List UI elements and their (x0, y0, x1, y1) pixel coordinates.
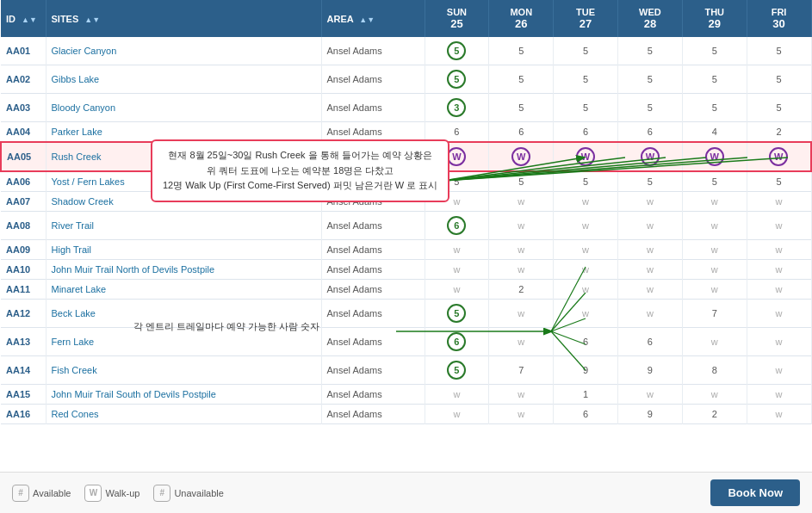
cell-id: AA08 (1, 212, 46, 240)
cell-site[interactable]: High Trail (46, 240, 321, 260)
cell-id: AA09 (1, 240, 46, 260)
cell-site[interactable]: Beck Lake (46, 300, 321, 328)
col-sites[interactable]: SITES ▲▼ (46, 0, 321, 37)
cell-day: w (554, 280, 618, 300)
cell-id: AA04 (1, 122, 46, 143)
cell-day: 5 (425, 356, 489, 385)
cell-day: 5 (554, 65, 618, 94)
cell-day: w (682, 280, 747, 300)
cell-day: w (747, 212, 811, 240)
cell-site[interactable]: Gibbs Lake (46, 65, 321, 94)
cell-day: 5 (747, 171, 811, 192)
cell-day: w (747, 405, 811, 424)
cell-site[interactable]: Rush Creek (46, 142, 321, 171)
table-row: AA14Fish CreekAnsel Adams57998w (1, 356, 811, 385)
cell-day: W (489, 142, 554, 171)
table-row: AA02Gibbs LakeAnsel Adams555555 (1, 65, 811, 94)
cell-day: w (617, 280, 682, 300)
col-area[interactable]: AREA ▲▼ (321, 0, 425, 37)
cell-day: w (554, 212, 618, 240)
legend-available: # Available (12, 485, 71, 502)
cell-area: Ansel Adams (321, 212, 425, 240)
cell-day: w (747, 260, 811, 280)
cell-day: w (425, 405, 489, 424)
cell-day: W (617, 142, 682, 171)
cell-day: w (682, 192, 747, 212)
cell-day: 5 (747, 37, 811, 65)
cell-day: 6 (425, 212, 489, 240)
cell-day: w (617, 212, 682, 240)
cell-day: w (747, 356, 811, 385)
cell-day: 2 (747, 122, 811, 143)
table-row: AA16Red ConesAnsel Adamsww692w (1, 405, 811, 424)
book-now-button[interactable]: Book Now (710, 479, 800, 506)
table-row: AA08River TrailAnsel Adams6wwwww (1, 212, 811, 240)
col-id[interactable]: ID ▲▼ (1, 0, 46, 37)
cell-day: 5 (489, 171, 554, 192)
cell-area: Ansel Adams (321, 37, 425, 65)
cell-id: AA03 (1, 94, 46, 122)
cell-area: Ansel Adams (321, 240, 425, 260)
col-day-sun: SUN 25 (425, 0, 489, 37)
cell-day: 5 (489, 94, 554, 122)
cell-area: Ansel Adams (321, 300, 425, 328)
cell-site[interactable]: John Muir Trail South of Devils Postpile (46, 385, 321, 405)
cell-day: w (554, 300, 618, 328)
cell-day: w (489, 212, 554, 240)
cell-day: w (489, 192, 554, 212)
cell-day: 5 (682, 65, 747, 94)
cell-site[interactable]: Yost / Fern Lakes (46, 171, 321, 192)
cell-day: w (489, 260, 554, 280)
cell-day: w (554, 240, 618, 260)
cell-day: w (747, 280, 811, 300)
cell-day: w (617, 300, 682, 328)
cell-day: W (682, 142, 747, 171)
cell-site[interactable]: Minaret Lake (46, 280, 321, 300)
cell-site[interactable]: Red Cones (46, 405, 321, 424)
cell-site[interactable]: Shadow Creek (46, 192, 321, 212)
cell-day: w (617, 192, 682, 212)
cell-site[interactable]: Fish Creek (46, 356, 321, 385)
cell-id: AA01 (1, 37, 46, 65)
cell-day: 5 (747, 65, 811, 94)
cell-day: 6 (425, 328, 489, 356)
cell-day: w (747, 240, 811, 260)
cell-day: 5 (425, 171, 489, 192)
reservations-table: ID ▲▼ SITES ▲▼ AREA ▲▼ SUN 25 (0, 0, 812, 424)
cell-site[interactable]: Bloody Canyon (46, 94, 321, 122)
cell-site[interactable]: River Trail (46, 212, 321, 240)
cell-day: 5 (682, 171, 747, 192)
table-row: AA10John Muir Trail North of Devils Post… (1, 260, 811, 280)
cell-area: Ansel Adams (321, 405, 425, 424)
cell-day: 5 (682, 37, 747, 65)
cell-site[interactable]: Fern Lake (46, 328, 321, 356)
cell-day: w (425, 260, 489, 280)
cell-day: w (617, 240, 682, 260)
cell-day: 5 (489, 65, 554, 94)
cell-area: Ansel Adams (321, 260, 425, 280)
cell-day: 5 (425, 37, 489, 65)
col-day-mon: MON 26 (489, 0, 554, 37)
cell-area: Ansel Adams (321, 328, 425, 356)
cell-area: Headwaters (321, 171, 425, 192)
cell-day: w (554, 260, 618, 280)
cell-site[interactable]: Parker Lake (46, 122, 321, 143)
table-row: AA03Bloody CanyonAnsel Adams355555 (1, 94, 811, 122)
cell-site[interactable]: John Muir Trail North of Devils Postpile (46, 260, 321, 280)
cell-day: w (425, 385, 489, 405)
cell-area: Ansel Adams (321, 280, 425, 300)
cell-day: w (425, 192, 489, 212)
col-day-tue: TUE 27 (554, 0, 618, 37)
cell-day: w (617, 260, 682, 280)
cell-id: AA12 (1, 300, 46, 328)
cell-day: 6 (425, 122, 489, 143)
cell-day: 5 (554, 171, 618, 192)
cell-id: AA10 (1, 260, 46, 280)
cell-day: w (489, 328, 554, 356)
cell-id: AA11 (1, 280, 46, 300)
legend-walkup: W Walk-up (84, 485, 139, 502)
cell-site[interactable]: Glacier Canyon (46, 37, 321, 65)
cell-day: 5 (554, 37, 618, 65)
cell-area: Ansel Adams (321, 356, 425, 385)
cell-day: w (747, 328, 811, 356)
